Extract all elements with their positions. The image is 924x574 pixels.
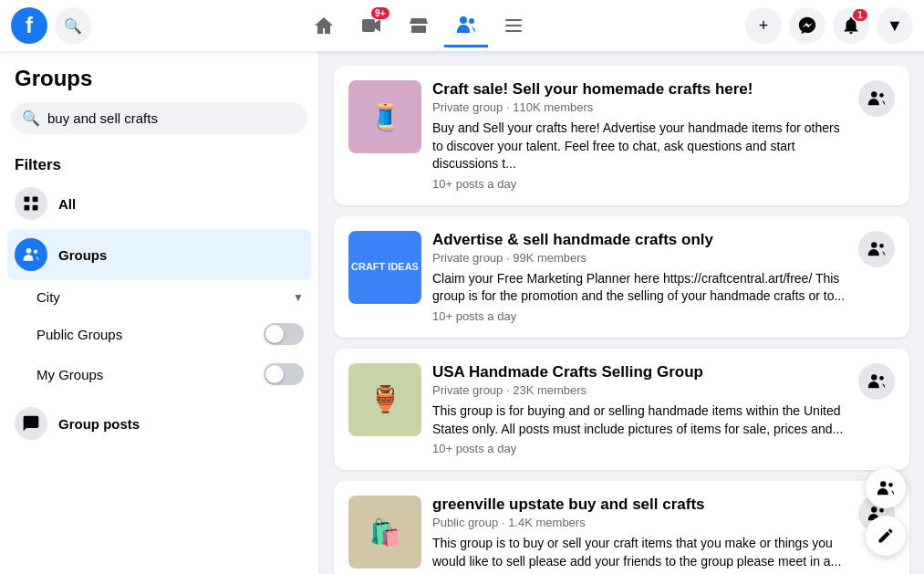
group-posts-filter-icon	[15, 407, 47, 440]
search-icon: 🔍	[64, 17, 82, 35]
city-chevron-icon: ▼	[293, 291, 304, 304]
groups-filter-icon	[15, 238, 47, 271]
toggle-knob	[265, 325, 284, 343]
group-desc-2: Claim your Free Marketing Planner here h…	[432, 270, 847, 306]
avatar-text-2: CRAFT IDEAS	[351, 261, 419, 273]
sidebar: Groups 🔍 Filters All Groups City ▼	[0, 51, 319, 574]
group-meta-2: Private group · 99K members	[432, 251, 847, 265]
fab-edit-button[interactable]	[866, 516, 906, 556]
group-join-button-3[interactable]	[858, 363, 895, 400]
svg-marker-1	[375, 19, 380, 32]
group-card-3: 🏺 USA Handmade Crafts Selling Group Priv…	[334, 349, 909, 470]
group-avatar-2: CRAFT IDEAS	[348, 231, 421, 304]
nav-video-button[interactable]: 9+	[349, 4, 393, 47]
toggle-knob	[265, 365, 284, 383]
group-meta-1: Private group · 110K members	[432, 100, 847, 114]
svg-point-22	[888, 483, 893, 487]
svg-rect-10	[33, 205, 38, 211]
sidebar-title: Groups	[7, 66, 311, 102]
group-name-3[interactable]: USA Handmade Crafts Selling Group	[432, 363, 847, 381]
group-info-2: Advertise & sell handmade crafts only Pr…	[432, 231, 847, 323]
group-avatar-3: 🏺	[348, 363, 421, 436]
group-join-button-1[interactable]	[858, 80, 895, 117]
svg-point-2	[460, 16, 467, 24]
my-groups-toggle[interactable]	[264, 363, 304, 385]
svg-rect-8	[33, 197, 38, 203]
nav-home-button[interactable]	[302, 4, 346, 47]
avatar-emoji-3: 🏺	[369, 384, 401, 414]
group-info-1: Craft sale! Sell your homemade crafts he…	[432, 80, 847, 191]
group-posts-2: 10+ posts a day	[432, 309, 847, 323]
nav-groups-button[interactable]	[444, 4, 488, 47]
group-posts-filter-label: Group posts	[58, 416, 140, 432]
messenger-icon	[797, 16, 817, 36]
fb-letter: f	[26, 13, 33, 38]
search-results: 🧵 Craft sale! Sell your homemade crafts …	[319, 51, 924, 574]
groups-search-box[interactable]: 🔍	[11, 102, 307, 134]
group-card-2: CRAFT IDEAS Advertise & sell handmade cr…	[334, 216, 909, 338]
group-avatar-1: 🧵	[348, 80, 421, 153]
group-card-4: 🛍️ greenville upstate buy and sell craft…	[334, 481, 909, 574]
search-icon: 🔍	[22, 110, 40, 127]
filter-groups[interactable]: Groups	[7, 229, 311, 280]
messenger-button[interactable]	[789, 7, 825, 44]
nav-menu-button[interactable]	[492, 4, 535, 47]
plus-icon: +	[759, 16, 769, 36]
video-badge: 9+	[371, 7, 389, 19]
group-card-1: 🧵 Craft sale! Sell your homemade crafts …	[334, 66, 909, 205]
public-groups-filter-row[interactable]: Public Groups	[29, 314, 311, 354]
notifications-button[interactable]: 1	[833, 7, 869, 44]
menu-icon	[503, 15, 524, 37]
svg-point-18	[879, 376, 884, 381]
groups-search-input[interactable]	[47, 110, 296, 126]
svg-point-16	[879, 244, 884, 248]
svg-point-12	[34, 250, 37, 254]
main-layout: Groups 🔍 Filters All Groups City ▼	[0, 51, 924, 574]
filter-all[interactable]: All	[7, 178, 311, 229]
my-groups-filter-row[interactable]: My Groups	[29, 354, 311, 394]
group-join-button-2[interactable]	[858, 231, 895, 267]
home-icon	[313, 15, 335, 37]
sub-filters: City ▼ Public Groups My Groups	[7, 280, 311, 394]
group-name-1[interactable]: Craft sale! Sell your homemade crafts he…	[432, 80, 847, 99]
svg-rect-9	[25, 205, 30, 211]
global-search-button[interactable]: 🔍	[55, 7, 91, 44]
public-groups-toggle[interactable]	[264, 323, 304, 345]
group-desc-4: This group is to buy or sell your craft …	[432, 535, 847, 570]
group-meta-3: Private group · 23K members	[432, 383, 847, 397]
my-groups-filter-label: My Groups	[36, 367, 103, 382]
avatar-emoji-1: 🧵	[369, 102, 401, 132]
nav-left: f 🔍	[11, 7, 91, 44]
svg-rect-7	[25, 197, 30, 203]
group-desc-3: This group is for buying and or selling …	[432, 402, 847, 438]
groups-filter-label: Groups	[58, 247, 107, 263]
group-name-4[interactable]: greenville upstate buy and sell crafts	[432, 496, 847, 514]
city-filter-row[interactable]: City ▼	[29, 280, 311, 314]
dropdown-arrow-icon: ▼	[887, 16, 903, 36]
fab-groups-button[interactable]	[866, 468, 906, 508]
public-groups-filter-label: Public Groups	[36, 327, 122, 342]
group-desc-1: Buy and Sell your crafts here! Advertise…	[432, 120, 847, 173]
filter-group-posts[interactable]: Group posts	[7, 398, 311, 449]
group-info-4: greenville upstate buy and sell crafts P…	[432, 496, 847, 574]
svg-rect-5	[505, 25, 522, 26]
svg-point-13	[871, 91, 877, 97]
avatar-emoji-4: 🛍️	[369, 517, 401, 548]
facebook-logo[interactable]: f	[11, 7, 47, 44]
group-avatar-4: 🛍️	[348, 496, 421, 569]
svg-point-17	[871, 374, 877, 380]
svg-rect-6	[505, 30, 522, 32]
svg-point-21	[880, 481, 886, 486]
group-name-2[interactable]: Advertise & sell handmade crafts only	[432, 231, 847, 249]
svg-point-14	[879, 93, 884, 98]
account-dropdown-button[interactable]: ▼	[877, 7, 913, 44]
nav-marketplace-button[interactable]	[397, 4, 441, 47]
nav-right: + 1 ▼	[745, 7, 913, 44]
city-filter-label: City	[36, 289, 60, 305]
svg-rect-4	[505, 19, 522, 21]
all-filter-label: All	[58, 196, 76, 212]
nav-center: 9+	[302, 4, 535, 47]
svg-rect-0	[362, 19, 375, 32]
group-meta-4: Public group · 1.4K members	[432, 516, 847, 529]
create-button[interactable]: +	[745, 7, 782, 44]
